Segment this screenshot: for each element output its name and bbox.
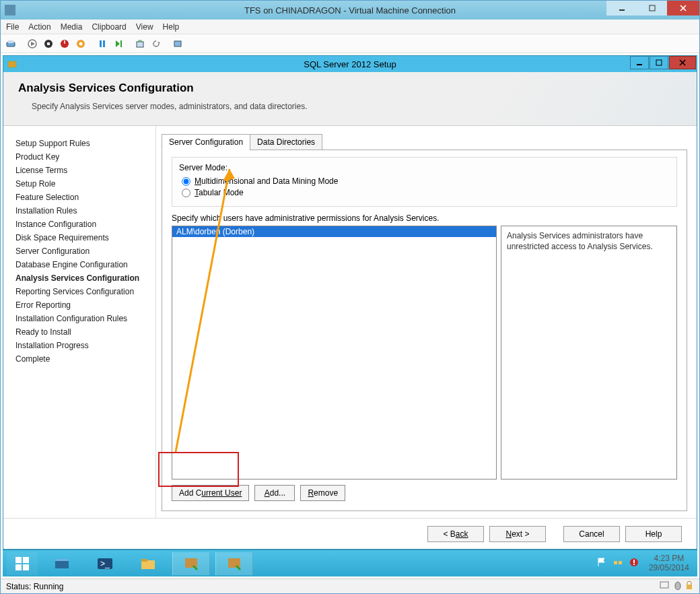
inner-maximize-button[interactable] — [650, 56, 668, 69]
shutdown-icon[interactable] — [57, 36, 72, 51]
svg-text:>_: >_ — [100, 559, 110, 568]
svg-rect-15 — [103, 40, 105, 47]
nav-item[interactable]: Feature Selection — [15, 191, 150, 204]
start-button[interactable] — [7, 552, 38, 575]
radio-tabular-label: Tabular Mode — [195, 188, 244, 197]
svg-marker-19 — [158, 42, 160, 44]
svg-rect-20 — [174, 41, 181, 46]
nav-item[interactable]: Disk Space Requirements — [15, 231, 150, 244]
inner-titlebar[interactable]: SQL Server 2012 Setup — [3, 56, 697, 72]
nav-item[interactable]: Instance Configuration — [15, 218, 150, 231]
cancel-button[interactable]: Cancel — [563, 526, 620, 542]
nav-item[interactable]: Setup Role — [15, 177, 150, 191]
snapshot-icon[interactable] — [133, 36, 147, 51]
ctrl-alt-del-icon[interactable] — [3, 36, 18, 51]
tab-server-configuration[interactable]: Server Configuration — [162, 134, 250, 150]
svg-rect-14 — [100, 40, 102, 47]
statusbar: Status: Running — [1, 579, 699, 593]
nav-item[interactable]: Ready to Install — [15, 325, 150, 339]
nav-item[interactable]: Installation Rules — [15, 204, 150, 218]
nav-item[interactable]: Installation Configuration Rules — [15, 312, 150, 325]
nav-item[interactable]: Complete — [15, 352, 150, 366]
add-button[interactable]: Add... — [254, 485, 295, 501]
svg-rect-29 — [23, 557, 29, 563]
nav-item[interactable]: Analysis Services Configuration — [15, 271, 150, 285]
svg-rect-23 — [656, 60, 662, 65]
radio-tabular[interactable] — [182, 189, 190, 197]
svg-rect-47 — [660, 582, 668, 588]
tab-data-directories[interactable]: Data Directories — [250, 134, 322, 150]
svg-rect-18 — [137, 42, 143, 47]
status-lock-icon — [685, 581, 694, 590]
setup-icon — [7, 59, 17, 69]
nav-item[interactable]: Server Configuration — [15, 244, 150, 258]
svg-rect-49 — [687, 585, 692, 589]
menu-file[interactable]: File — [6, 22, 19, 32]
list-item[interactable]: ALM\dorben (Dorben) — [172, 226, 496, 237]
svg-rect-1 — [650, 5, 655, 11]
inner-close-button[interactable] — [669, 56, 696, 69]
help-button[interactable]: Help — [625, 526, 682, 542]
turnoff-icon[interactable] — [41, 36, 56, 51]
task-powershell-icon[interactable]: >_ — [86, 552, 124, 575]
save-icon[interactable] — [73, 36, 88, 51]
nav-item[interactable]: Setup Support Rules — [15, 137, 150, 150]
server-mode-group: Server Mode: Multidimensional and Data M… — [172, 157, 677, 207]
svg-rect-17 — [120, 40, 122, 47]
minimize-button[interactable] — [606, 1, 637, 15]
revert-icon[interactable] — [149, 36, 164, 51]
outer-title: TFS on CHINADRAGON - Virtual Machine Con… — [244, 5, 456, 15]
svg-point-48 — [675, 582, 680, 590]
tray-flag-icon[interactable] — [596, 557, 607, 570]
remove-button[interactable]: Remove — [300, 485, 345, 501]
menu-clipboard[interactable]: Clipboard — [92, 22, 126, 32]
task-server-manager-icon[interactable] — [43, 552, 81, 575]
inner-minimize-button[interactable] — [630, 56, 649, 69]
svg-rect-31 — [23, 564, 29, 570]
side-nav: Setup Support RulesProduct KeyLicense Te… — [3, 126, 155, 518]
svg-point-13 — [79, 42, 83, 45]
reset-icon[interactable] — [111, 36, 126, 51]
nav-item[interactable]: Installation Progress — [15, 339, 150, 352]
svg-rect-21 — [8, 61, 16, 67]
menu-media[interactable]: Media — [61, 22, 83, 32]
maximize-button[interactable] — [637, 1, 667, 15]
outer-toolbar — [1, 34, 699, 53]
task-explorer-icon[interactable] — [129, 552, 167, 575]
page-title: Analysis Services Configuration — [18, 81, 682, 95]
server-mode-label: Server Mode: — [179, 163, 670, 172]
menu-action[interactable]: Action — [28, 22, 50, 32]
start-icon[interactable] — [25, 36, 40, 51]
svg-rect-33 — [55, 559, 69, 561]
admin-users-list[interactable]: ALM\dorben (Dorben) — [172, 226, 497, 480]
close-button[interactable] — [667, 1, 699, 15]
tray-alert-icon[interactable] — [629, 557, 639, 570]
tray-network-icon[interactable] — [612, 557, 623, 570]
menu-view[interactable]: View — [136, 22, 153, 32]
nav-item[interactable]: Error Reporting — [15, 298, 150, 312]
task-app1-icon[interactable] — [172, 552, 210, 575]
nav-item[interactable]: License Terms — [15, 164, 150, 177]
permissions-label: Specify which users have administrative … — [172, 213, 677, 223]
fullscreen-icon[interactable] — [170, 36, 185, 51]
page-subtitle: Specify Analysis Services server modes, … — [32, 102, 682, 111]
task-app2-icon[interactable] — [215, 552, 253, 575]
back-button[interactable]: < Back — [427, 526, 484, 542]
svg-rect-37 — [141, 559, 147, 562]
menu-help[interactable]: Help — [163, 22, 180, 32]
add-current-user-button[interactable]: Add Current User — [172, 485, 249, 501]
radio-multidimensional[interactable] — [182, 177, 190, 186]
next-button[interactable]: Next > — [489, 526, 546, 542]
tray-clock[interactable]: 4:23 PM 29/05/2014 — [645, 553, 693, 574]
taskbar[interactable]: >_ 4:23 PM 29/05/2014 — [3, 550, 697, 576]
svg-rect-5 — [8, 40, 13, 43]
tray-time: 4:23 PM — [649, 554, 689, 564]
outer-titlebar[interactable]: TFS on CHINADRAGON - Virtual Machine Con… — [1, 1, 699, 20]
nav-item[interactable]: Product Key — [15, 150, 150, 164]
radio-multidimensional-label: Multidimensional and Data Mining Mode — [195, 176, 338, 186]
svg-rect-28 — [15, 557, 22, 563]
pause-icon[interactable] — [95, 36, 110, 51]
svg-rect-30 — [15, 564, 22, 570]
nav-item[interactable]: Database Engine Configuration — [15, 258, 150, 271]
nav-item[interactable]: Reporting Services Configuration — [15, 285, 150, 298]
